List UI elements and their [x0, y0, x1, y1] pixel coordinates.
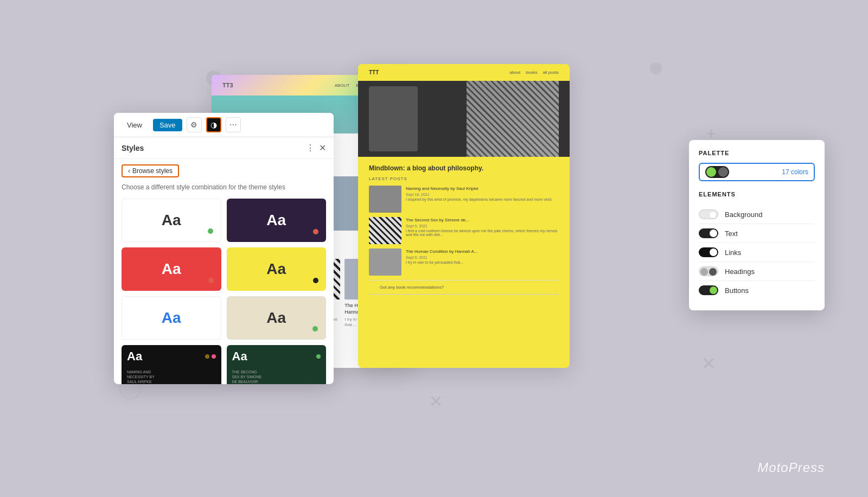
gear-icon[interactable]: ⚙: [187, 117, 202, 132]
yellow-posts-label: Latest Posts: [369, 176, 559, 181]
element-background-label: Background: [725, 211, 762, 219]
toggle-dot-right: [709, 268, 717, 276]
toggle-dot: [709, 211, 717, 219]
palette-toggle-dot-white: [718, 167, 728, 177]
element-headings-toggle: [699, 266, 718, 276]
style-dot: [313, 278, 318, 283]
element-links-toggle: [699, 247, 718, 257]
style-card-label: Aa: [266, 309, 286, 327]
style-dot-pink: [212, 354, 216, 359]
element-background[interactable]: Background: [699, 205, 815, 224]
style-card-label: Aa: [162, 260, 181, 278]
yellow-nav-posts: all posts: [543, 70, 559, 75]
style-card-white-green[interactable]: Aa: [122, 199, 221, 242]
style-dot: [312, 326, 318, 332]
browse-back-row: ‹ Browse styles: [114, 159, 334, 181]
browse-description: Choose a different style combination for…: [114, 181, 334, 199]
palette-panel: PALETTE 17 colors ELEMENTS Background Te…: [689, 140, 825, 310]
yellow-post-text-2: The Second Sex by Simone de... Sept 9, 2…: [406, 217, 559, 244]
style-dot: [208, 228, 213, 234]
yellow-banner: [358, 81, 570, 157]
save-button[interactable]: Save: [153, 119, 182, 131]
toggle-dot: [710, 248, 717, 256]
style-dot: [313, 229, 318, 234]
element-text-label: Text: [725, 230, 738, 238]
palette-colors-count: 17 colors: [733, 168, 808, 176]
contrast-icon[interactable]: ◑: [206, 117, 221, 132]
styles-panel-header: Styles ⋮ ✕: [114, 137, 334, 159]
style-card-red[interactable]: Aa: [122, 247, 221, 291]
element-headings-label: Headings: [725, 267, 755, 276]
panel-close-icon[interactable]: ✕: [319, 143, 326, 153]
style-dot-brown: [205, 354, 209, 359]
panel-header-actions: ⋮ ✕: [306, 143, 326, 153]
yellow-blog-header: TTT about books all posts: [358, 64, 570, 81]
style-dot: [208, 278, 214, 283]
palette-toggle-dot-green: [706, 167, 716, 177]
style-card-darkgreen[interactable]: Aa THE SECONDSEX BY SIMONEDE BEAUVOIR: [227, 345, 327, 384]
yellow-banner-image-2: [369, 86, 418, 151]
yellow-footer: Got any book recommendations?: [369, 280, 559, 294]
yellow-post-text-1: Naming and Necessity by Saul Kripke Sept…: [406, 186, 552, 213]
palette-toggle: [705, 166, 729, 178]
style-card-label: Aa: [162, 309, 181, 327]
yellow-nav-about: about: [509, 70, 520, 75]
style-card-post-text: THE SECONDSEX BY SIMONEDE BEAUVOIR: [232, 369, 262, 384]
element-background-toggle: [699, 209, 718, 219]
view-button[interactable]: View: [120, 119, 149, 131]
editor-toolbar: View Save ⚙ ◑ ⋯: [114, 113, 334, 137]
browse-styles-panel: View Save ⚙ ◑ ⋯ Styles ⋮ ✕ ‹ Browse styl…: [114, 113, 334, 384]
style-card-tan[interactable]: Aa: [227, 296, 327, 340]
yellow-post-img-1: [369, 186, 401, 213]
tt3-logo: TT3: [222, 82, 233, 88]
toggle-dot: [710, 286, 717, 294]
panel-options-icon[interactable]: ⋮: [306, 143, 315, 153]
more-options-icon[interactable]: ⋯: [226, 117, 241, 132]
style-card-label: Aa: [127, 349, 142, 364]
style-card-black[interactable]: Aa NAMING ANDNECESSITY BYSAUL KRIPKE: [122, 345, 221, 384]
yellow-divider: [369, 294, 559, 295]
palette-title: PALETTE: [699, 150, 815, 156]
element-buttons[interactable]: Buttons: [699, 281, 815, 300]
element-buttons-label: Buttons: [725, 286, 749, 295]
yellow-post-row-2: The Second Sex by Simone de... Sept 9, 2…: [369, 217, 559, 244]
yellow-logo: TTT: [369, 69, 379, 75]
tt3-nav-about: ABOUT: [335, 83, 350, 88]
yellow-content: Mindblown: a blog about philosophy. Late…: [358, 157, 570, 304]
toggle-dot: [710, 230, 717, 237]
back-to-browse-button[interactable]: ‹ Browse styles: [122, 164, 179, 177]
element-headings[interactable]: Headings: [699, 262, 815, 281]
element-links[interactable]: Links: [699, 243, 815, 262]
styles-panel-title: Styles: [122, 144, 144, 152]
style-card-yellow[interactable]: Aa: [227, 247, 327, 291]
style-card-label: Aa: [162, 212, 181, 229]
yellow-post-img-2: [369, 217, 401, 244]
style-card-post-text: NAMING ANDNECESSITY BYSAUL KRIPKE: [127, 369, 155, 384]
motopress-brand: MotoPress: [757, 460, 825, 475]
yellow-blog-card: TTT about books all posts Mindblown: a b…: [358, 64, 570, 368]
element-buttons-toggle: [699, 285, 718, 295]
yellow-nav: about books all posts: [509, 70, 559, 75]
style-card-label: Aa: [266, 260, 286, 278]
element-text-toggle: [699, 228, 718, 238]
palette-swatch[interactable]: 17 colors: [699, 163, 815, 181]
style-dot-green: [316, 354, 321, 359]
toggle-dot: [700, 268, 708, 276]
yellow-post-row-3: The Human Condition by Hannah A... Sept …: [369, 248, 559, 276]
style-card-blue-text[interactable]: Aa: [122, 296, 221, 340]
yellow-banner-image: [467, 81, 559, 157]
yellow-nav-books: books: [526, 70, 537, 75]
yellow-heading: Mindblown: a blog about philosophy.: [369, 164, 559, 172]
style-card-label: Aa: [266, 212, 286, 229]
chevron-left-icon: ‹: [128, 167, 130, 175]
style-card-label: Aa: [232, 349, 247, 364]
element-links-label: Links: [725, 248, 741, 257]
element-text[interactable]: Text: [699, 224, 815, 243]
yellow-post-row-1: Naming and Necessity by Saul Kripke Sept…: [369, 186, 559, 213]
style-card-dark[interactable]: Aa: [227, 199, 327, 242]
style-cards-grid: Aa Aa Aa Aa Aa Aa Aa: [114, 199, 334, 384]
yellow-post-text-3: The Human Condition by Hannah A... Sept …: [406, 248, 478, 276]
elements-title: ELEMENTS: [699, 191, 815, 197]
yellow-post-img-3: [369, 248, 401, 276]
